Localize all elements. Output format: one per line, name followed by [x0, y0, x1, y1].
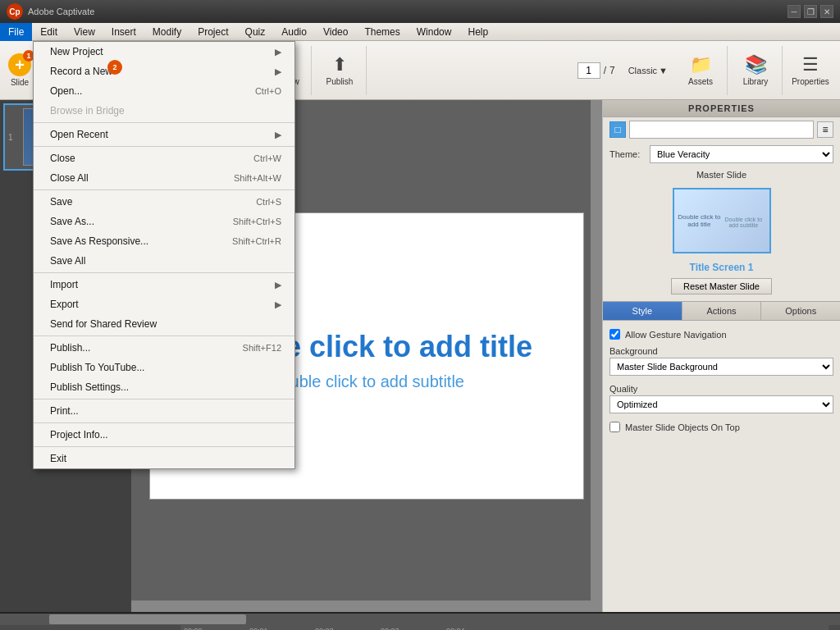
menu-close-all[interactable]: Close All Shift+Alt+W: [34, 168, 294, 188]
toolbar-assets-group: 📁 Assets: [674, 46, 728, 95]
menu-new-project[interactable]: New Project ▶: [34, 42, 294, 62]
menu-project-info[interactable]: Project Info...: [34, 425, 294, 445]
properties-tabs: Style Actions Options: [603, 301, 840, 321]
add-button[interactable]: + 1: [8, 53, 31, 76]
menu-view[interactable]: View: [66, 23, 103, 41]
master-slide-thumbnail[interactable]: Double click to add title Double click t…: [673, 188, 771, 253]
open-label: Open...: [50, 85, 82, 97]
menu-modify[interactable]: Modify: [144, 23, 189, 41]
library-button[interactable]: 📚 Library: [734, 48, 777, 94]
export-arrow-icon: ▶: [275, 299, 281, 310]
menu-edit[interactable]: Edit: [32, 23, 66, 41]
properties-header: PROPERTIES: [603, 100, 840, 117]
gesture-nav-row: Allow Gesture Navigation: [609, 326, 833, 343]
close-shortcut: Ctrl+W: [253, 153, 281, 163]
menu-window[interactable]: Window: [409, 23, 460, 41]
reset-master-slide-button[interactable]: Reset Master Slide: [671, 278, 772, 294]
menu-publish[interactable]: Publish... Shift+F12: [34, 338, 294, 358]
divider-4: [34, 272, 294, 273]
browse-bridge-label: Browse in Bridge: [50, 105, 125, 116]
slide-number-1: 1: [8, 133, 18, 142]
publish-label: Publish: [326, 77, 354, 86]
menu-audio[interactable]: Audio: [273, 23, 315, 41]
tab-actions[interactable]: Actions: [682, 302, 762, 320]
menu-video[interactable]: Video: [315, 23, 356, 41]
menu-import[interactable]: Import ▶: [34, 275, 294, 294]
theme-label: Theme:: [609, 149, 646, 159]
menu-quiz[interactable]: Quiz: [237, 23, 274, 41]
canvas-scrollbar-horizontal[interactable]: [131, 600, 591, 612]
library-label: Library: [743, 77, 769, 86]
master-slide-name: Title Screen 1: [603, 260, 840, 275]
menu-themes[interactable]: Themes: [356, 23, 408, 41]
divider-8: [34, 446, 294, 447]
menu-close[interactable]: Close Ctrl+W: [34, 148, 294, 168]
time-mark-4: 00:04: [446, 627, 465, 631]
properties-button[interactable]: ☰ Properties: [789, 48, 832, 94]
toolbar-library-group: 📚 Library: [729, 46, 783, 95]
background-select[interactable]: Master Slide Background: [609, 358, 833, 376]
menu-open-recent[interactable]: Open Recent ▶: [34, 125, 294, 144]
tab-style[interactable]: Style: [603, 302, 682, 320]
master-slide-thumb-row: Double click to add title Double click t…: [603, 181, 840, 260]
menu-export[interactable]: Export ▶: [34, 294, 294, 314]
titlebar-controls[interactable]: ─ ❒ ✕: [788, 5, 833, 18]
menu-insert[interactable]: Insert: [103, 23, 144, 41]
quality-select[interactable]: Optimized: [609, 395, 833, 413]
list-options-button[interactable]: ≡: [817, 121, 833, 138]
master-objects-label: Master Slide Objects On Top: [625, 422, 740, 432]
menu-save[interactable]: Save Ctrl+S: [34, 192, 294, 212]
app-logo: Cp: [7, 3, 23, 20]
publish-youtube-label: Publish To YouTube...: [50, 362, 144, 373]
menu-help[interactable]: Help: [459, 23, 496, 41]
master-objects-checkbox[interactable]: [609, 422, 620, 432]
minimize-button[interactable]: ─: [788, 5, 801, 18]
menu-project[interactable]: Project: [189, 23, 236, 41]
divider-3: [34, 189, 294, 190]
menu-save-all[interactable]: Save All: [34, 251, 294, 271]
close-all-shortcut: Shift+Alt+W: [234, 173, 281, 183]
menu-save-as-responsive[interactable]: Save As Responsive... Shift+Ctrl+R: [34, 231, 294, 251]
record-badge: 2: [107, 60, 122, 75]
page-separator: /: [604, 65, 606, 76]
menubar: File Edit View Insert Modify Project Qui…: [0, 23, 840, 41]
menu-save-as[interactable]: Save As... Shift+Ctrl+S: [34, 212, 294, 231]
theme-select[interactable]: Blue Veracity: [650, 145, 833, 163]
gesture-nav-label: Allow Gesture Navigation: [625, 330, 727, 340]
record-new-arrow-icon: ▶: [275, 66, 281, 77]
page-current-input[interactable]: [578, 62, 600, 79]
menu-publish-settings[interactable]: Publish Settings...: [34, 377, 294, 397]
background-section-label: Background: [609, 343, 833, 358]
publish-icon: ⬆: [332, 54, 347, 75]
titlebar: Cp Adobe Captivate ─ ❒ ✕: [0, 0, 840, 23]
classic-arrow-icon: ▼: [659, 66, 668, 75]
time-mark-2: 00:02: [315, 627, 334, 631]
tab-options[interactable]: Options: [761, 302, 840, 320]
publish-shortcut: Shift+F12: [243, 343, 281, 353]
slide-subtitle-placeholder[interactable]: Double click to add subtitle: [269, 372, 464, 391]
close-button[interactable]: ✕: [820, 5, 833, 18]
menu-publish-youtube[interactable]: Publish To YouTube...: [34, 358, 294, 377]
menu-exit[interactable]: Exit: [34, 449, 294, 468]
time-mark-1: 00:01: [249, 627, 268, 631]
slide-name-input[interactable]: [629, 121, 814, 139]
save-as-shortcut: Shift+Ctrl+S: [233, 217, 281, 226]
menu-record-new[interactable]: Record a New ▶ 2: [34, 62, 294, 81]
timeline-scroll-thumb[interactable]: [49, 614, 246, 624]
gesture-nav-checkbox[interactable]: [609, 329, 620, 340]
menu-file[interactable]: File: [0, 23, 32, 41]
menu-send-review[interactable]: Send for Shared Review: [34, 314, 294, 334]
new-project-label: New Project: [50, 46, 103, 57]
timeline-scrollbar-horizontal[interactable]: [0, 614, 840, 625]
save-menu-label: Save: [50, 196, 72, 208]
project-info-label: Project Info...: [50, 429, 108, 441]
menu-print[interactable]: Print...: [34, 401, 294, 421]
master-slide-label: Master Slide: [603, 167, 840, 181]
assets-button[interactable]: 📁 Assets: [679, 48, 722, 94]
toolbar-publish-group: ⬆ Publish: [313, 46, 367, 95]
publish-button[interactable]: ⬆ Publish: [318, 48, 361, 94]
canvas-scrollbar-vertical[interactable]: [591, 100, 602, 612]
divider-2: [34, 146, 294, 147]
restore-button[interactable]: ❒: [804, 5, 817, 18]
menu-open[interactable]: Open... Ctrl+O: [34, 81, 294, 101]
